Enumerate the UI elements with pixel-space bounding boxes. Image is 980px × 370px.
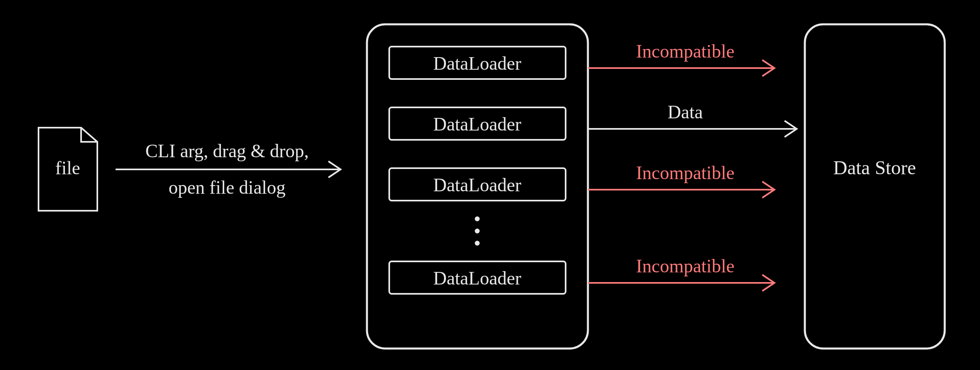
loader-label-3: DataLoader (433, 175, 521, 195)
loader-ellipsis (475, 216, 480, 246)
svg-point-5 (475, 216, 480, 221)
output-arrow-3: Incompatible (588, 163, 774, 198)
input-arrow: CLI arg, drag & drop, open file dialog (116, 141, 341, 198)
loader-label-1: DataLoader (433, 53, 521, 74)
output-arrow-4: Incompatible (588, 256, 774, 291)
loader-box-1: DataLoader (389, 47, 566, 79)
svg-point-7 (475, 241, 480, 246)
loader-label-2: DataLoader (433, 114, 521, 135)
svg-rect-13 (805, 24, 945, 349)
loader-box-2: DataLoader (389, 107, 566, 140)
file-icon: file (39, 128, 97, 211)
file-label: file (55, 158, 80, 178)
output-arrow-label-3: Incompatible (636, 163, 735, 183)
input-arrow-text-top: CLI arg, drag & drop, (146, 141, 309, 161)
loader-box-4: DataLoader (389, 261, 566, 294)
data-store-label: Data Store (833, 157, 916, 178)
output-arrow-2: Data (588, 102, 797, 137)
input-arrow-text-bottom: open file dialog (169, 177, 286, 198)
output-arrow-1: Incompatible (588, 41, 774, 76)
output-arrow-label-4: Incompatible (636, 256, 735, 276)
loader-label-4: DataLoader (433, 268, 521, 289)
loader-box-3: DataLoader (389, 168, 566, 201)
output-arrow-label-1: Incompatible (636, 41, 735, 62)
svg-point-6 (475, 229, 480, 233)
data-store: Data Store (805, 24, 945, 349)
output-arrow-label-2: Data (668, 102, 703, 122)
